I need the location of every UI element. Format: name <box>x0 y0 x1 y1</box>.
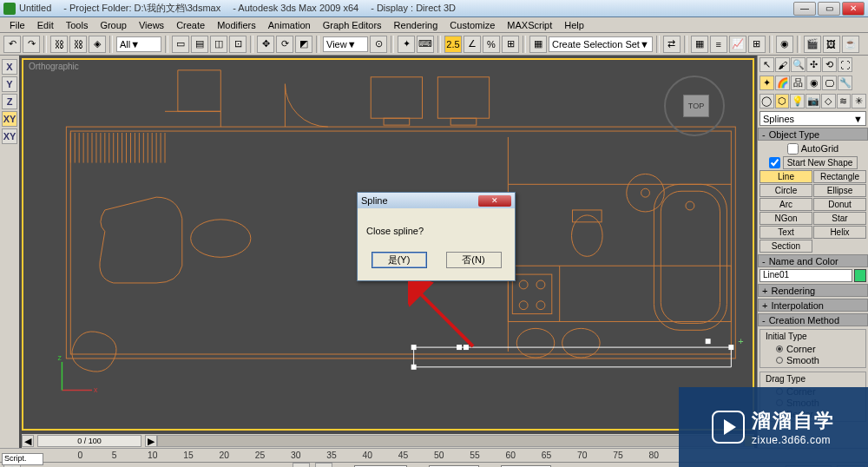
menu-edit[interactable]: Edit <box>31 20 60 30</box>
viewcube[interactable]: TOP <box>664 76 725 136</box>
menu-customize[interactable]: Customize <box>444 20 501 30</box>
start-new-shape-button[interactable]: Start New Shape <box>783 156 858 169</box>
arc-button[interactable]: Arc <box>760 198 812 211</box>
manip-button[interactable]: ✦ <box>398 36 415 53</box>
cameras-icon[interactable]: 📷 <box>806 94 820 109</box>
menu-group[interactable]: Group <box>94 20 133 30</box>
time-slider[interactable]: 0 / 100 <box>37 435 141 447</box>
utilities-tab-icon[interactable]: 🔧 <box>838 76 852 90</box>
abs-rel-icon[interactable]: ⊡ <box>315 463 332 467</box>
geom-icon[interactable]: ◯ <box>760 94 774 109</box>
axis-xy-button[interactable]: XY <box>2 111 17 127</box>
dialog-close-button[interactable]: ✕ <box>478 195 511 207</box>
menu-animation[interactable]: Animation <box>262 20 317 30</box>
ellipse-button[interactable]: Ellipse <box>813 184 866 197</box>
render-frame-button[interactable]: 🖼 <box>823 36 840 53</box>
time-track[interactable] <box>157 435 744 447</box>
select-button[interactable]: ▭ <box>172 36 189 53</box>
axis-z-button[interactable]: Z <box>2 94 17 109</box>
start-new-shape-checkbox[interactable] <box>769 157 780 168</box>
menu-tools[interactable]: Tools <box>60 20 95 30</box>
menu-help[interactable]: Help <box>558 20 590 30</box>
bind-button[interactable]: ◈ <box>89 36 106 53</box>
maximize-button[interactable]: ▭ <box>818 2 840 16</box>
object-color-swatch[interactable] <box>854 269 866 282</box>
axis-x-button[interactable]: X <box>2 59 17 75</box>
close-button[interactable]: ✕ <box>842 2 865 16</box>
select-region-button[interactable]: ◫ <box>210 36 227 53</box>
menu-file[interactable]: File <box>3 20 31 30</box>
axis-xy2-button[interactable]: XY <box>2 128 17 144</box>
initial-smooth-radio[interactable]: Smooth <box>766 354 860 365</box>
timeline-left-button[interactable]: ◀ <box>22 435 34 447</box>
hierarchy-tab-icon[interactable]: 品 <box>791 76 806 90</box>
rollout-creation-method[interactable]: -Creation Method <box>758 313 868 326</box>
link-button[interactable]: ⛓ <box>50 36 68 53</box>
donut-button[interactable]: Donut <box>813 198 866 211</box>
shapes-icon[interactable]: ⬡ <box>775 94 790 109</box>
percent-snap-button[interactable]: % <box>483 36 500 53</box>
text-button[interactable]: Text <box>760 226 812 239</box>
line-button[interactable]: Line <box>760 170 812 183</box>
curve-editor-button[interactable]: 📈 <box>729 36 746 53</box>
helix-button[interactable]: Helix <box>813 226 866 239</box>
coord-toggle-icon[interactable]: ⊕ <box>293 463 310 467</box>
select-name-button[interactable]: ▤ <box>191 36 208 53</box>
rollout-interpolation[interactable]: +Interpolation <box>758 299 868 312</box>
minimize-button[interactable]: — <box>793 2 816 16</box>
timeline-right-button[interactable]: ▶ <box>145 435 157 447</box>
schematic-button[interactable]: ⊞ <box>748 36 766 53</box>
display-tab-icon[interactable]: 🖵 <box>822 76 837 90</box>
ngon-button[interactable]: NGon <box>760 212 812 225</box>
angle-snap-button[interactable]: ∠ <box>464 36 481 53</box>
rotate-button[interactable]: ⟳ <box>276 36 293 53</box>
redo-button[interactable]: ↷ <box>23 36 40 53</box>
quick-render-button[interactable]: ☕ <box>842 36 859 53</box>
menu-maxscript[interactable]: MAXScript <box>501 20 558 30</box>
brush-icon[interactable]: 🖌 <box>775 57 790 72</box>
object-name-input[interactable]: Line01 <box>760 269 852 282</box>
material-button[interactable]: ◉ <box>776 36 793 53</box>
category-combo[interactable]: Splines▼ <box>760 111 866 126</box>
rollout-rendering[interactable]: +Rendering <box>758 284 868 297</box>
orbit-icon[interactable]: ⟲ <box>822 57 837 72</box>
snap-button[interactable]: 2.5 <box>444 36 462 53</box>
create-tab-icon[interactable]: ✦ <box>760 76 774 90</box>
menu-create[interactable]: Create <box>170 20 211 30</box>
rollout-name-color[interactable]: -Name and Color <box>758 254 868 267</box>
layer-button[interactable]: ≡ <box>710 36 727 53</box>
window-cross-button[interactable]: ⊡ <box>229 36 247 53</box>
max-icon[interactable]: ⛶ <box>838 57 852 72</box>
arrow-icon[interactable]: ↖ <box>760 57 774 72</box>
undo-button[interactable]: ↶ <box>3 36 21 53</box>
helpers-icon[interactable]: ◇ <box>821 94 836 109</box>
menu-grapheditors[interactable]: Graph Editors <box>317 20 388 30</box>
initial-corner-radio[interactable]: Corner <box>766 343 860 354</box>
modify-tab-icon[interactable]: 🌈 <box>775 76 790 90</box>
lights-icon[interactable]: 💡 <box>790 94 805 109</box>
circle-button[interactable]: Circle <box>760 184 812 197</box>
star-button[interactable]: Star <box>813 212 866 225</box>
scale-button[interactable]: ◩ <box>295 36 312 53</box>
menu-modifiers[interactable]: Modifiers <box>211 20 262 30</box>
pivot-button[interactable]: ⊙ <box>370 36 387 53</box>
keyboard-button[interactable]: ⌨ <box>417 36 434 53</box>
section-button[interactable]: Section <box>760 240 812 253</box>
axis-y-button[interactable]: Y <box>2 76 17 92</box>
named-sel-button[interactable]: ▦ <box>529 36 547 53</box>
ref-coord-combo[interactable]: View ▼ <box>323 36 368 52</box>
pan-icon[interactable]: ✣ <box>806 57 821 72</box>
rollout-object-type[interactable]: -Object Type <box>758 128 868 141</box>
align-button[interactable]: ▦ <box>691 36 708 53</box>
named-sel-combo[interactable]: Create Selection Set ▼ <box>549 36 653 52</box>
rectangle-button[interactable]: Rectangle <box>813 170 866 183</box>
menu-views[interactable]: Views <box>133 20 170 30</box>
spinner-snap-button[interactable]: ⊞ <box>502 36 519 53</box>
zoom-icon[interactable]: 🔍 <box>791 57 806 72</box>
selection-filter[interactable]: All ▼ <box>116 36 161 52</box>
move-button[interactable]: ✥ <box>257 36 274 53</box>
autogrid-checkbox[interactable] <box>787 143 799 155</box>
mirror-button[interactable]: ⇄ <box>663 36 681 53</box>
render-setup-button[interactable]: 🎬 <box>804 36 821 53</box>
dialog-yes-button[interactable]: 是(Y) <box>372 252 427 268</box>
